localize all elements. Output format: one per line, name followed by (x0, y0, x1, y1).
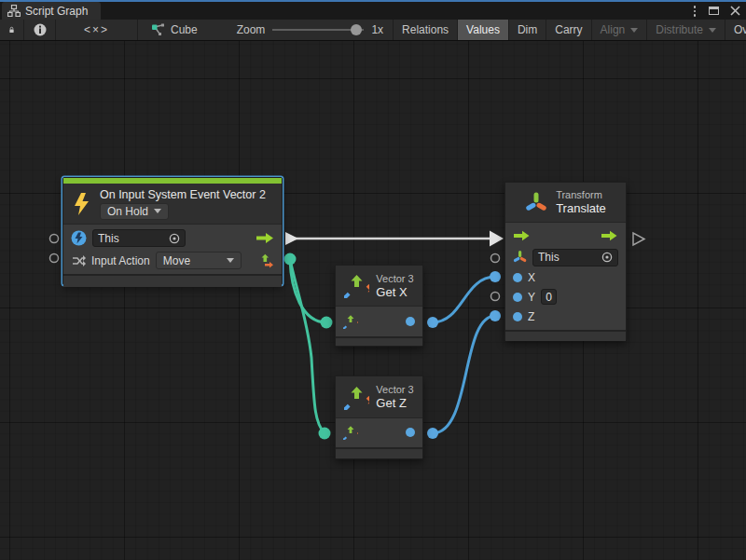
object-picker-icon[interactable] (601, 252, 613, 263)
carry-button[interactable]: Carry (546, 20, 591, 40)
event-this-port[interactable] (50, 235, 59, 243)
transform-icon (525, 191, 547, 214)
node-category: Transform (556, 188, 606, 201)
zoom-label: Zoom (237, 23, 266, 36)
z-port-dot[interactable] (513, 312, 522, 321)
info-button[interactable] (24, 20, 56, 40)
graph-icon (151, 23, 165, 36)
tab-label: Script Graph (25, 5, 88, 18)
code-view-button[interactable]: <×> (56, 20, 138, 40)
tab-script-graph[interactable]: Script Graph (2, 2, 101, 20)
event-mode-dropdown[interactable]: On Hold (100, 203, 169, 220)
node-title: Get X (376, 285, 413, 300)
flow-output-arrow-icon[interactable] (256, 232, 274, 244)
x-port-label: X (528, 271, 535, 284)
getz-input-port[interactable] (319, 428, 331, 440)
getx-output-port[interactable] (427, 317, 438, 328)
vector2-output-icon[interactable] (259, 253, 274, 268)
node-on-input-system-event[interactable]: On Input System Event Vector 2 On Hold T… (62, 177, 283, 285)
code-view-label: <×> (84, 23, 109, 36)
graph-breadcrumb[interactable]: Cube (138, 20, 211, 40)
getx-input-port[interactable] (321, 317, 333, 329)
values-button[interactable]: Values (458, 20, 509, 40)
node-vector3-get-z[interactable]: Vector 3 Get Z (335, 376, 423, 459)
vector3-input-icon[interactable] (343, 425, 358, 440)
breadcrumb-label: Cube (171, 23, 198, 36)
translate-node-footer (505, 330, 626, 341)
zoom-value: 1x (371, 23, 383, 36)
y-port-label: Y (528, 291, 535, 304)
getz-output-port[interactable] (427, 428, 438, 439)
zoom-slider[interactable] (272, 23, 364, 36)
flow-output-arrow-icon[interactable] (601, 230, 618, 241)
input-action-icon (71, 254, 86, 267)
script-graph-icon (7, 5, 21, 17)
dim-button[interactable]: Dim (509, 20, 546, 40)
translate-this-port[interactable] (491, 254, 500, 263)
flow-wire-start-arrow (285, 232, 298, 245)
node-transform-translate[interactable]: Transform Translate This (504, 182, 627, 341)
wire-event-to-getz[interactable] (290, 259, 325, 433)
node-category: Vector 3 (376, 383, 413, 396)
node-title: Get Z (376, 396, 413, 411)
event-this-field[interactable]: This (92, 229, 186, 247)
node-category: Vector 3 (376, 272, 413, 285)
vector3-input-icon[interactable] (343, 314, 358, 329)
node-vector3-get-x[interactable]: Vector 3 Get X (335, 265, 423, 347)
window-titlebar: Script Graph (0, 0, 746, 20)
getz-result-dot[interactable] (406, 428, 415, 437)
translate-z-port[interactable] (490, 310, 501, 321)
lightning-icon (73, 191, 91, 217)
chevron-down-icon (630, 28, 638, 33)
x-port-dot[interactable] (513, 273, 522, 282)
input-action-label: Input Action (91, 254, 150, 267)
z-port-label: Z (528, 310, 534, 323)
y-value-field[interactable]: 0 (541, 289, 557, 305)
object-picker-icon[interactable] (169, 233, 180, 244)
wire-event-to-getx[interactable] (290, 259, 326, 322)
overview-button[interactable]: Overview (725, 20, 746, 40)
zoom-slider-handle[interactable] (351, 24, 362, 35)
input-action-dropdown[interactable]: Move (156, 252, 242, 269)
getx-node-footer (336, 336, 422, 346)
chevron-down-icon (154, 209, 161, 213)
transform-icon-small (513, 250, 527, 265)
zoom-control: Zoom 1x (211, 20, 394, 40)
translate-y-port[interactable] (491, 293, 500, 301)
close-icon[interactable] (730, 6, 740, 16)
distribute-button[interactable]: Distribute (647, 20, 725, 40)
lock-button[interactable] (0, 20, 24, 40)
relations-button[interactable]: Relations (394, 20, 458, 40)
translate-flow-output-port[interactable] (633, 233, 644, 245)
graph-canvas[interactable]: On Input System Event Vector 2 On Hold T… (0, 41, 746, 560)
node-title: On Input System Event Vector 2 (100, 188, 266, 201)
event-inputaction-port[interactable] (50, 254, 59, 263)
y-port-dot[interactable] (513, 293, 522, 302)
graph-toolbar: <×> Cube Zoom 1x Relations Values Dim Ca… (0, 20, 746, 41)
lock-icon (8, 23, 15, 36)
event-vector2-output-port[interactable] (284, 253, 297, 266)
translate-this-field[interactable]: This (532, 249, 618, 266)
getz-node-footer (336, 447, 422, 458)
window-menu-icon[interactable] (692, 5, 698, 18)
getx-result-dot[interactable] (406, 317, 415, 326)
align-button[interactable]: Align (592, 20, 648, 40)
node-title: Translate (556, 201, 606, 216)
vector3-icon (344, 273, 369, 298)
event-node-footer (63, 274, 282, 287)
translate-x-port[interactable] (490, 271, 501, 282)
wire-getx-to-x[interactable] (433, 277, 495, 322)
chevron-down-icon (709, 28, 716, 33)
info-icon (34, 23, 47, 36)
maximize-icon[interactable] (709, 7, 719, 15)
chevron-down-icon (227, 258, 234, 263)
event-target-icon (71, 230, 87, 246)
vector3-icon (344, 385, 369, 410)
flow-input-arrow-icon[interactable] (513, 230, 531, 241)
flow-wire-end-arrow (490, 231, 504, 247)
wire-getz-to-z[interactable] (433, 316, 495, 433)
